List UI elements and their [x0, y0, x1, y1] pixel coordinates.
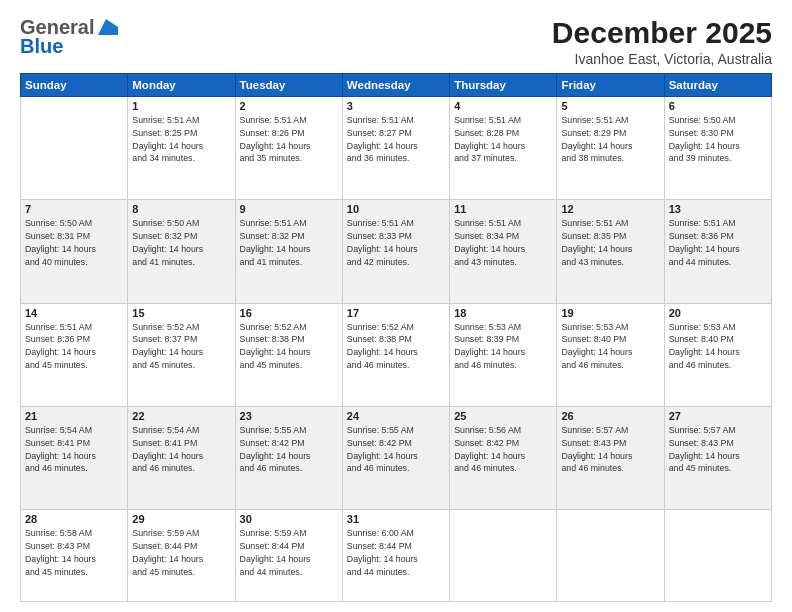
day-info: Sunrise: 5:58 AM Sunset: 8:43 PM Dayligh…	[25, 527, 123, 578]
table-row: 23Sunrise: 5:55 AM Sunset: 8:42 PM Dayli…	[235, 407, 342, 510]
day-number: 11	[454, 203, 552, 215]
day-number: 5	[561, 100, 659, 112]
day-number: 3	[347, 100, 445, 112]
day-info: Sunrise: 5:51 AM Sunset: 8:33 PM Dayligh…	[347, 217, 445, 268]
day-number: 29	[132, 513, 230, 525]
day-info: Sunrise: 5:51 AM Sunset: 8:26 PM Dayligh…	[240, 114, 338, 165]
day-number: 20	[669, 307, 767, 319]
day-number: 22	[132, 410, 230, 422]
table-row: 30Sunrise: 5:59 AM Sunset: 8:44 PM Dayli…	[235, 510, 342, 602]
day-info: Sunrise: 6:00 AM Sunset: 8:44 PM Dayligh…	[347, 527, 445, 578]
day-info: Sunrise: 5:54 AM Sunset: 8:41 PM Dayligh…	[132, 424, 230, 475]
table-row: 14Sunrise: 5:51 AM Sunset: 8:36 PM Dayli…	[21, 303, 128, 406]
day-info: Sunrise: 5:51 AM Sunset: 8:35 PM Dayligh…	[561, 217, 659, 268]
day-number: 6	[669, 100, 767, 112]
table-row: 2Sunrise: 5:51 AM Sunset: 8:26 PM Daylig…	[235, 97, 342, 200]
col-thursday: Thursday	[450, 74, 557, 97]
day-number: 7	[25, 203, 123, 215]
calendar-week-row: 21Sunrise: 5:54 AM Sunset: 8:41 PM Dayli…	[21, 407, 772, 510]
table-row: 12Sunrise: 5:51 AM Sunset: 8:35 PM Dayli…	[557, 200, 664, 303]
logo-icon	[96, 17, 118, 35]
table-row	[21, 97, 128, 200]
day-info: Sunrise: 5:51 AM Sunset: 8:29 PM Dayligh…	[561, 114, 659, 165]
day-number: 24	[347, 410, 445, 422]
table-row: 26Sunrise: 5:57 AM Sunset: 8:43 PM Dayli…	[557, 407, 664, 510]
col-monday: Monday	[128, 74, 235, 97]
table-row: 15Sunrise: 5:52 AM Sunset: 8:37 PM Dayli…	[128, 303, 235, 406]
day-info: Sunrise: 5:55 AM Sunset: 8:42 PM Dayligh…	[347, 424, 445, 475]
day-info: Sunrise: 5:52 AM Sunset: 8:37 PM Dayligh…	[132, 321, 230, 372]
table-row: 11Sunrise: 5:51 AM Sunset: 8:34 PM Dayli…	[450, 200, 557, 303]
table-row	[664, 510, 771, 602]
day-number: 14	[25, 307, 123, 319]
title-block: December 2025 Ivanhoe East, Victoria, Au…	[552, 16, 772, 67]
table-row	[450, 510, 557, 602]
day-number: 15	[132, 307, 230, 319]
day-number: 8	[132, 203, 230, 215]
day-info: Sunrise: 5:57 AM Sunset: 8:43 PM Dayligh…	[561, 424, 659, 475]
day-number: 30	[240, 513, 338, 525]
logo: General Blue	[20, 16, 118, 58]
day-info: Sunrise: 5:53 AM Sunset: 8:40 PM Dayligh…	[561, 321, 659, 372]
page: General Blue December 2025 Ivanhoe East,…	[0, 0, 792, 612]
day-info: Sunrise: 5:51 AM Sunset: 8:28 PM Dayligh…	[454, 114, 552, 165]
day-info: Sunrise: 5:51 AM Sunset: 8:27 PM Dayligh…	[347, 114, 445, 165]
table-row: 22Sunrise: 5:54 AM Sunset: 8:41 PM Dayli…	[128, 407, 235, 510]
day-info: Sunrise: 5:51 AM Sunset: 8:36 PM Dayligh…	[25, 321, 123, 372]
col-friday: Friday	[557, 74, 664, 97]
table-row: 9Sunrise: 5:51 AM Sunset: 8:32 PM Daylig…	[235, 200, 342, 303]
day-info: Sunrise: 5:51 AM Sunset: 8:25 PM Dayligh…	[132, 114, 230, 165]
day-number: 23	[240, 410, 338, 422]
col-wednesday: Wednesday	[342, 74, 449, 97]
calendar-week-row: 7Sunrise: 5:50 AM Sunset: 8:31 PM Daylig…	[21, 200, 772, 303]
day-info: Sunrise: 5:59 AM Sunset: 8:44 PM Dayligh…	[132, 527, 230, 578]
day-info: Sunrise: 5:53 AM Sunset: 8:39 PM Dayligh…	[454, 321, 552, 372]
col-saturday: Saturday	[664, 74, 771, 97]
day-info: Sunrise: 5:56 AM Sunset: 8:42 PM Dayligh…	[454, 424, 552, 475]
table-row: 8Sunrise: 5:50 AM Sunset: 8:32 PM Daylig…	[128, 200, 235, 303]
col-sunday: Sunday	[21, 74, 128, 97]
day-info: Sunrise: 5:59 AM Sunset: 8:44 PM Dayligh…	[240, 527, 338, 578]
day-number: 16	[240, 307, 338, 319]
day-number: 1	[132, 100, 230, 112]
day-number: 19	[561, 307, 659, 319]
calendar-header-row: Sunday Monday Tuesday Wednesday Thursday…	[21, 74, 772, 97]
table-row: 1Sunrise: 5:51 AM Sunset: 8:25 PM Daylig…	[128, 97, 235, 200]
table-row: 27Sunrise: 5:57 AM Sunset: 8:43 PM Dayli…	[664, 407, 771, 510]
day-info: Sunrise: 5:53 AM Sunset: 8:40 PM Dayligh…	[669, 321, 767, 372]
table-row: 13Sunrise: 5:51 AM Sunset: 8:36 PM Dayli…	[664, 200, 771, 303]
day-info: Sunrise: 5:51 AM Sunset: 8:32 PM Dayligh…	[240, 217, 338, 268]
day-number: 9	[240, 203, 338, 215]
table-row: 16Sunrise: 5:52 AM Sunset: 8:38 PM Dayli…	[235, 303, 342, 406]
table-row: 21Sunrise: 5:54 AM Sunset: 8:41 PM Dayli…	[21, 407, 128, 510]
day-info: Sunrise: 5:50 AM Sunset: 8:30 PM Dayligh…	[669, 114, 767, 165]
day-number: 4	[454, 100, 552, 112]
location: Ivanhoe East, Victoria, Australia	[552, 51, 772, 67]
day-info: Sunrise: 5:57 AM Sunset: 8:43 PM Dayligh…	[669, 424, 767, 475]
table-row: 7Sunrise: 5:50 AM Sunset: 8:31 PM Daylig…	[21, 200, 128, 303]
day-info: Sunrise: 5:52 AM Sunset: 8:38 PM Dayligh…	[240, 321, 338, 372]
day-number: 17	[347, 307, 445, 319]
day-info: Sunrise: 5:55 AM Sunset: 8:42 PM Dayligh…	[240, 424, 338, 475]
table-row: 25Sunrise: 5:56 AM Sunset: 8:42 PM Dayli…	[450, 407, 557, 510]
svg-marker-0	[98, 19, 118, 35]
day-number: 21	[25, 410, 123, 422]
day-number: 10	[347, 203, 445, 215]
month-title: December 2025	[552, 16, 772, 49]
table-row: 31Sunrise: 6:00 AM Sunset: 8:44 PM Dayli…	[342, 510, 449, 602]
day-number: 27	[669, 410, 767, 422]
table-row	[557, 510, 664, 602]
day-number: 12	[561, 203, 659, 215]
calendar-week-row: 1Sunrise: 5:51 AM Sunset: 8:25 PM Daylig…	[21, 97, 772, 200]
table-row: 20Sunrise: 5:53 AM Sunset: 8:40 PM Dayli…	[664, 303, 771, 406]
day-number: 31	[347, 513, 445, 525]
table-row: 18Sunrise: 5:53 AM Sunset: 8:39 PM Dayli…	[450, 303, 557, 406]
table-row: 5Sunrise: 5:51 AM Sunset: 8:29 PM Daylig…	[557, 97, 664, 200]
day-number: 2	[240, 100, 338, 112]
calendar-week-row: 28Sunrise: 5:58 AM Sunset: 8:43 PM Dayli…	[21, 510, 772, 602]
table-row: 29Sunrise: 5:59 AM Sunset: 8:44 PM Dayli…	[128, 510, 235, 602]
col-tuesday: Tuesday	[235, 74, 342, 97]
day-info: Sunrise: 5:51 AM Sunset: 8:34 PM Dayligh…	[454, 217, 552, 268]
day-info: Sunrise: 5:54 AM Sunset: 8:41 PM Dayligh…	[25, 424, 123, 475]
calendar-week-row: 14Sunrise: 5:51 AM Sunset: 8:36 PM Dayli…	[21, 303, 772, 406]
